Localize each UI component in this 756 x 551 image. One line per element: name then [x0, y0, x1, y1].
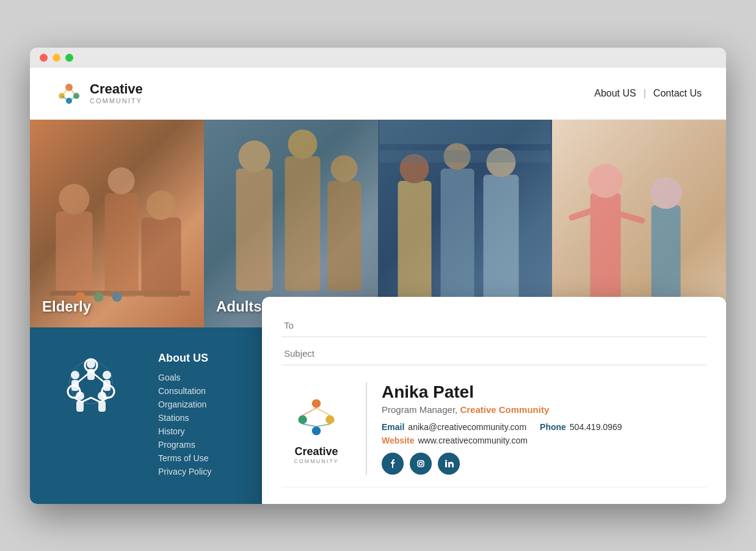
svg-point-46	[98, 392, 106, 400]
footer-link-item: Consultation	[158, 385, 211, 396]
svg-point-53	[298, 415, 307, 423]
logo-area: Creative COMMUNITY	[54, 79, 143, 108]
website-content: Elderly Adults	[30, 120, 726, 504]
svg-rect-22	[328, 181, 362, 291]
browser-window: Creative COMMUNITY About US | Contact Us	[30, 48, 726, 504]
svg-point-17	[112, 292, 122, 302]
svg-point-61	[420, 462, 423, 465]
svg-point-13	[147, 191, 176, 220]
svg-point-42	[87, 360, 95, 368]
hero-label-adults: Adults	[216, 298, 262, 315]
footer-link-organization[interactable]: Organization	[158, 400, 206, 409]
sig-website-value: www.creativecommunity.com	[418, 436, 527, 445]
svg-rect-20	[285, 156, 321, 291]
svg-rect-30	[380, 120, 551, 144]
footer-link-item: Goals	[158, 372, 211, 383]
svg-rect-43	[87, 369, 95, 380]
minimize-dot[interactable]	[53, 54, 60, 62]
footer-link-item: Programs	[158, 439, 211, 450]
email-overlay: Creative COMMUNITY Anika Patel Program M…	[262, 297, 726, 504]
site-header: Creative COMMUNITY About US | Contact Us	[30, 68, 726, 120]
hero-panel-elderly[interactable]: Elderly	[30, 120, 204, 327]
svg-rect-8	[56, 211, 93, 297]
instagram-icon[interactable]	[410, 453, 432, 475]
footer-link-item: Organization	[158, 399, 211, 410]
svg-rect-26	[441, 169, 474, 303]
logo-icon	[54, 79, 84, 108]
footer-link-terms[interactable]: Terms of Use	[158, 453, 208, 463]
svg-rect-49	[76, 401, 84, 412]
signature-body: Creative COMMUNITY Anika Patel Program M…	[282, 382, 707, 487]
sig-social	[382, 453, 707, 475]
email-subject-field[interactable]	[282, 342, 707, 365]
email-to-field[interactable]	[282, 314, 707, 337]
footer-nav: About US Goals Consultation Organization…	[158, 352, 211, 480]
footer-link-history[interactable]: History	[158, 426, 185, 436]
footer-link-item: Stations	[158, 412, 211, 423]
footer-link-consultation[interactable]: Consultation	[158, 386, 206, 396]
sig-title: Program Manager, Creative Community	[382, 404, 707, 415]
svg-point-16	[94, 292, 104, 302]
maximize-dot[interactable]	[65, 54, 73, 62]
facebook-icon[interactable]	[382, 453, 404, 475]
sig-contact-email-row: Email anika@creativecommunity.com Phone …	[382, 422, 707, 432]
sig-email-value: anika@creativecommunity.com	[408, 422, 526, 432]
footer-link-privacy[interactable]: Privacy Policy	[158, 467, 211, 476]
logo-text: Creative COMMUNITY	[90, 82, 143, 104]
sig-logo-icon	[292, 393, 341, 442]
svg-point-44	[103, 371, 111, 379]
close-dot[interactable]	[40, 54, 48, 62]
nav-about[interactable]: About US	[594, 88, 636, 99]
svg-rect-18	[236, 169, 273, 291]
svg-rect-34	[652, 205, 681, 303]
footer-link-item: Privacy Policy	[158, 466, 211, 477]
svg-point-11	[108, 167, 135, 194]
sig-email-label: Email	[382, 422, 404, 432]
footer-link-goals[interactable]: Goals	[158, 373, 181, 382]
hero-panel-kids[interactable]: Kids	[552, 120, 726, 327]
svg-rect-32	[591, 193, 621, 303]
svg-point-55	[312, 426, 321, 435]
svg-rect-24	[398, 181, 432, 303]
footer-logo-icon	[60, 352, 122, 413]
hero-label-elderly: Elderly	[42, 298, 91, 315]
hero-panel-adults[interactable]: Adults	[204, 120, 378, 327]
linkedin-icon[interactable]	[438, 453, 460, 475]
nav-contact[interactable]: Contact Us	[653, 88, 702, 99]
footer-link-item: Terms of Use	[158, 453, 211, 464]
hero-panel-youth[interactable]: Youth	[378, 120, 552, 327]
svg-line-58	[303, 424, 316, 426]
svg-point-33	[589, 164, 623, 198]
svg-line-4	[69, 87, 76, 96]
svg-point-19	[239, 140, 271, 172]
sig-contact-website-row: Website www.creativecommunity.com	[382, 436, 707, 445]
footer-link-item: History	[158, 426, 211, 437]
svg-point-54	[325, 415, 334, 423]
sig-phone-value: 504.419.0969	[570, 422, 622, 432]
signature-info: Anika Patel Program Manager, Creative Co…	[382, 382, 707, 475]
svg-rect-51	[71, 380, 79, 391]
sig-website-label: Website	[382, 436, 414, 445]
svg-line-57	[316, 407, 330, 415]
search-section: Search for programs by age groups	[282, 500, 707, 504]
svg-point-21	[288, 130, 318, 159]
svg-rect-45	[103, 380, 111, 391]
footer-link-stations[interactable]: Stations	[158, 413, 189, 423]
svg-line-59	[316, 424, 330, 426]
svg-rect-31	[380, 150, 551, 162]
hero-banner: Elderly Adults	[30, 120, 726, 327]
svg-rect-63	[445, 462, 447, 467]
logo-creative: Creative	[90, 82, 143, 97]
sig-logo-community: COMMUNITY	[294, 458, 339, 464]
svg-rect-28	[484, 175, 519, 303]
svg-line-36	[572, 211, 591, 217]
browser-titlebar	[30, 48, 726, 68]
footer-link-programs[interactable]: Programs	[158, 440, 195, 450]
website: Creative COMMUNITY About US | Contact Us	[30, 68, 726, 504]
sig-title-text: Program Manager,	[382, 404, 460, 415]
svg-point-50	[71, 371, 79, 379]
footer-nav-title: About US	[158, 352, 211, 365]
footer-logo	[60, 352, 122, 413]
svg-line-37	[621, 214, 642, 221]
sig-phone-label: Phone	[540, 422, 566, 432]
